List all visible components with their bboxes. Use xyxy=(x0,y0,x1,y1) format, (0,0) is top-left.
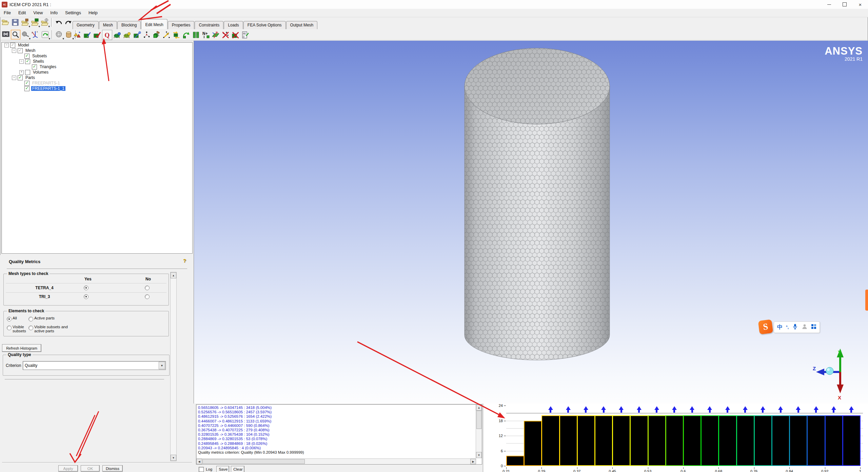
panel-scrollbar[interactable]: ▲ ▼ xyxy=(170,272,177,461)
select-cylinder-icon[interactable] xyxy=(64,30,74,39)
radio-visible-subsets-and-active-parts[interactable] xyxy=(28,326,33,330)
tree-checkbox[interactable]: ✓ xyxy=(24,54,29,59)
quality-histogram-icon[interactable]: Q xyxy=(102,30,112,40)
clear-button[interactable]: Clear xyxy=(231,466,244,472)
tree-item-model[interactable]: −✓Model xyxy=(2,42,192,48)
chevron-down-icon[interactable]: ▼ xyxy=(159,362,165,369)
tree-checkbox[interactable] xyxy=(25,70,30,75)
scroll-down-icon[interactable]: ▼ xyxy=(476,452,482,458)
save-file-icon[interactable] xyxy=(11,18,20,27)
tab-blocking[interactable]: Blocking xyxy=(117,21,141,29)
tree-item-triangles[interactable]: ✓Triangles xyxy=(2,64,192,70)
check-mesh-icon[interactable] xyxy=(82,30,92,40)
log-checkbox[interactable] xyxy=(199,467,204,472)
tree-checkbox[interactable]: ✓ xyxy=(32,64,37,70)
create-elements-icon[interactable] xyxy=(73,30,82,40)
menu-item-settings[interactable]: Settings xyxy=(61,9,85,17)
merge-nodes-icon[interactable] xyxy=(142,30,152,40)
smooth-mesh-globally-icon[interactable] xyxy=(113,30,122,40)
menu-item-view[interactable]: View xyxy=(29,9,46,17)
delete-elements-icon[interactable] xyxy=(231,30,240,40)
ok-button[interactable]: OK xyxy=(81,465,100,472)
tree-item-freeparts-1[interactable]: ✓FREEPARTS-1 xyxy=(2,80,192,86)
open-file-icon[interactable] xyxy=(1,18,10,27)
model-tree-panel[interactable]: −✓Model−✓Mesh✓Subsets−✓Shells✓Triangles+… xyxy=(1,42,193,254)
grid-menu-icon[interactable] xyxy=(811,324,816,331)
menu-item-info[interactable]: Info xyxy=(46,9,61,17)
tab-properties[interactable]: Properties xyxy=(168,21,195,29)
select-geometry-icon[interactable] xyxy=(54,30,64,39)
renumber-mesh-icon[interactable] xyxy=(191,30,201,40)
tab-output-mesh[interactable]: Output Mesh xyxy=(286,21,318,29)
radio-visible-subsets[interactable] xyxy=(7,326,12,330)
apply-button[interactable]: Apply xyxy=(58,465,78,472)
3d-viewport[interactable]: ANSYS 2021 R1 S 中 °, Y Z X xyxy=(194,41,868,404)
scroll-up-icon[interactable]: ▲ xyxy=(476,405,482,411)
expand-icon[interactable]: + xyxy=(19,70,24,75)
tree-item-subsets[interactable]: ✓Subsets xyxy=(2,53,192,59)
radio-tri_3-no[interactable] xyxy=(145,294,150,299)
tree-item-shells[interactable]: −✓Shells xyxy=(2,59,192,64)
message-scrollbar-vertical[interactable]: ▲ ▼ xyxy=(476,405,482,458)
fit-window-icon[interactable] xyxy=(1,30,11,39)
open-project-icon[interactable] xyxy=(20,18,30,27)
display-mesh-quality-icon[interactable] xyxy=(92,30,102,40)
zoom-window-icon[interactable] xyxy=(11,30,20,39)
collapse-icon[interactable]: − xyxy=(12,76,16,80)
tab-edit-mesh[interactable]: Edit Mesh xyxy=(141,19,167,29)
message-scrollbar-horizontal[interactable]: ◀ ▶ xyxy=(196,458,476,464)
scroll-up-icon[interactable]: ▲ xyxy=(171,272,176,278)
radio-tetra_4-yes[interactable] xyxy=(84,286,88,290)
local-coord-system-icon[interactable]: zx xyxy=(31,30,40,39)
convert-mesh-type-icon[interactable] xyxy=(181,30,191,40)
tab-mesh[interactable]: Mesh xyxy=(99,21,117,29)
tree-checkbox[interactable]: ✓ xyxy=(18,75,23,80)
ime-language-icon[interactable]: 中 xyxy=(777,324,783,331)
tree-checkbox[interactable]: ✓ xyxy=(24,81,29,86)
cut-plane-icon[interactable] xyxy=(211,30,220,40)
ime-punctuation-icon[interactable]: °, xyxy=(786,325,789,330)
scroll-thumb[interactable] xyxy=(202,459,305,464)
tree-item-mesh[interactable]: −✓Mesh xyxy=(2,48,192,53)
radio-tri_3-yes[interactable] xyxy=(84,294,88,299)
mesh-part-icon[interactable]: N+ xyxy=(201,30,211,40)
tree-item-freeparts-1_1[interactable]: ✓FREEPARTS-1_1 xyxy=(2,86,192,91)
open-geometry-icon[interactable] xyxy=(40,18,50,27)
measure-icon[interactable] xyxy=(21,30,30,39)
tab-loads[interactable]: Loads xyxy=(224,21,243,29)
scroll-left-icon[interactable]: ◀ xyxy=(196,459,202,464)
save-button[interactable]: Save xyxy=(216,466,229,472)
split-mesh-icon[interactable] xyxy=(152,30,161,40)
refresh-histogram-button[interactable]: Refresh Histogram xyxy=(2,344,41,352)
delete-nodes-icon[interactable] xyxy=(221,30,230,40)
collapse-icon[interactable]: − xyxy=(12,48,16,53)
maximize-button[interactable] xyxy=(837,0,852,9)
collapse-icon[interactable]: − xyxy=(4,43,9,47)
tab-constraints[interactable]: Constraints xyxy=(195,21,223,29)
menu-item-help[interactable]: Help xyxy=(85,9,101,17)
menu-item-file[interactable]: File xyxy=(0,9,15,17)
tree-checkbox[interactable]: ✓ xyxy=(18,48,23,53)
collapse-icon[interactable]: − xyxy=(19,59,24,64)
scroll-right-icon[interactable]: ▶ xyxy=(470,459,476,464)
move-nodes-icon[interactable] xyxy=(162,30,171,40)
redo-icon[interactable] xyxy=(64,18,73,27)
help-icon[interactable]: ? xyxy=(183,258,186,263)
tree-checkbox[interactable]: ✓ xyxy=(10,43,15,48)
radio-all[interactable] xyxy=(7,317,12,321)
tab-geometry[interactable]: Geometry xyxy=(73,21,99,29)
quality-histogram[interactable]: 061218240.210.290.370.450.530.60.680.760… xyxy=(483,404,868,472)
message-log[interactable]: 0.56518605 -> 0.6047145 : 3418 (5.004%)0… xyxy=(196,404,482,465)
tree-item-parts[interactable]: −✓Parts xyxy=(2,75,192,80)
tree-item-volumes[interactable]: +Volumes xyxy=(2,70,192,75)
dismiss-button[interactable]: Dismiss xyxy=(102,465,123,472)
tab-fea-solve-options[interactable]: FEA Solve Options xyxy=(243,21,286,29)
tree-checkbox[interactable]: ✓ xyxy=(25,59,30,64)
tree-checkbox[interactable]: ✓ xyxy=(24,86,29,91)
user-icon[interactable] xyxy=(802,323,808,331)
microphone-icon[interactable] xyxy=(792,323,798,331)
open-mesh-icon[interactable] xyxy=(30,18,40,27)
reset-view-icon[interactable] xyxy=(40,30,50,39)
adjust-mesh-density-icon[interactable]: AttD xyxy=(240,30,250,40)
transform-mesh-icon[interactable] xyxy=(172,30,181,40)
